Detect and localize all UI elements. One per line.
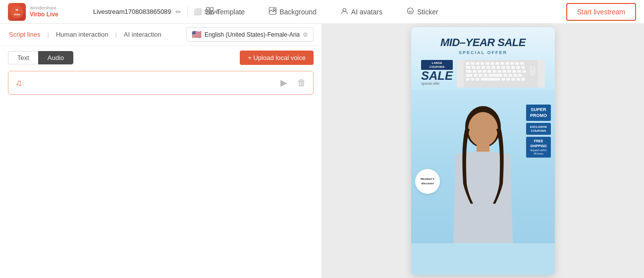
svg-rect-16 — [476, 62, 480, 65]
svg-rect-18 — [485, 62, 489, 65]
svg-rect-36 — [516, 66, 520, 69]
sticker-nav-item[interactable]: Sticker — [402, 5, 442, 19]
svg-rect-32 — [496, 66, 500, 69]
svg-rect-19 — [490, 62, 494, 65]
template-nav-item[interactable]: Template — [202, 5, 249, 19]
sale-banner: MID–YEAR SALE SPECIAL OFFER LARGECOUPONS… — [411, 27, 555, 90]
tab-script-lines[interactable]: Script lines — [8, 29, 42, 40]
svg-rect-6 — [210, 11, 213, 14]
svg-rect-48 — [517, 70, 521, 73]
left-panel: Script lines | Human interaction | AI in… — [0, 24, 322, 278]
tab-ai-interaction[interactable]: AI interaction — [123, 29, 162, 40]
coupon-badge: LARGECOUPONS — [421, 60, 453, 70]
session-name-area: Livestream1708083865089 ✏ — [93, 8, 181, 16]
logo-text: Wondershare Virbo Live — [30, 5, 58, 18]
products-row: LARGECOUPONS SALE special offer — [419, 55, 547, 90]
sale-subtitle: SPECIAL OFFER — [419, 50, 547, 55]
play-button[interactable]: ▶ — [280, 77, 287, 88]
svg-rect-43 — [492, 70, 496, 73]
voice-selector[interactable]: 🇺🇸 English (United States)-Female-Aria ⚙ — [186, 27, 314, 42]
svg-rect-52 — [479, 74, 483, 77]
svg-rect-58 — [518, 74, 522, 77]
svg-rect-15 — [471, 62, 475, 65]
svg-rect-54 — [488, 74, 502, 77]
svg-rect-26 — [466, 66, 471, 69]
svg-text:Virbo: Virbo — [14, 13, 20, 16]
center-navigation: Template Background AI avatars — [202, 5, 442, 19]
sticker-icon — [406, 7, 414, 17]
svg-rect-53 — [483, 74, 487, 77]
top-navigation: W Virbo Wondershare Virbo Live Livestrea… — [0, 0, 644, 24]
save-icon: ⬜ — [194, 8, 202, 15]
ai-avatars-nav-item[interactable]: AI avatars — [336, 5, 386, 19]
svg-rect-30 — [486, 66, 490, 69]
svg-rect-28 — [477, 66, 481, 69]
svg-rect-29 — [482, 66, 485, 69]
svg-rect-47 — [512, 70, 516, 73]
svg-rect-23 — [510, 62, 514, 65]
edit-session-icon[interactable]: ✏ — [175, 8, 181, 16]
svg-rect-25 — [520, 62, 524, 65]
sale-big-text: SALE — [421, 70, 453, 82]
upload-voice-button[interactable]: + Upload local voice — [240, 51, 314, 65]
svg-rect-65 — [511, 78, 515, 81]
sale-title: MID–YEAR SALE — [419, 36, 547, 49]
session-name-text: Livestream1708083865089 — [93, 8, 171, 15]
main-layout: Script lines | Human interaction | AI in… — [0, 24, 644, 278]
svg-rect-17 — [481, 62, 484, 65]
toggle-upload-row: Text Audio + Upload local voice — [8, 51, 314, 65]
svg-rect-14 — [466, 62, 470, 65]
svg-rect-59 — [466, 78, 470, 81]
logo-icon: W Virbo — [8, 3, 26, 21]
svg-rect-46 — [507, 70, 511, 73]
person-silhouette — [436, 105, 530, 243]
special-offer-small: special offer — [421, 82, 453, 85]
free-shipping-badge: FREE SHIPPING dispatch within 48 hours — [526, 137, 551, 158]
preview-card: MID–YEAR SALE SPECIAL OFFER LARGECOUPONS… — [411, 27, 555, 275]
svg-rect-66 — [516, 78, 520, 81]
background-nav-item[interactable]: Background — [265, 5, 321, 19]
svg-point-10 — [407, 8, 413, 14]
delete-button[interactable]: 🗑 — [297, 78, 306, 88]
svg-rect-24 — [515, 62, 519, 65]
svg-rect-35 — [511, 66, 515, 69]
member-discount-badge: Member's discount — [415, 169, 440, 194]
svg-rect-44 — [497, 70, 501, 73]
background-icon — [268, 7, 276, 17]
svg-point-11 — [409, 10, 410, 11]
svg-rect-56 — [508, 74, 512, 77]
super-promo-badge: SUPER PROMO — [526, 105, 551, 121]
svg-rect-4 — [210, 7, 213, 10]
svg-rect-34 — [506, 66, 510, 69]
right-panel-preview: MID–YEAR SALE SPECIAL OFFER LARGECOUPONS… — [322, 24, 644, 278]
svg-point-12 — [411, 10, 412, 11]
svg-rect-57 — [513, 74, 517, 77]
svg-rect-39 — [473, 70, 477, 73]
svg-rect-38 — [466, 70, 472, 73]
voice-settings-icon: ⚙ — [303, 31, 308, 38]
text-audio-toggle: Text Audio — [8, 51, 73, 64]
svg-rect-60 — [471, 78, 475, 81]
svg-point-0 — [10, 5, 23, 18]
flag-icon: 🇺🇸 — [192, 30, 202, 39]
svg-rect-64 — [506, 78, 510, 81]
svg-point-8 — [273, 8, 275, 10]
ai-avatars-icon — [340, 7, 348, 17]
coupon-area: LARGECOUPONS SALE special offer — [421, 60, 453, 86]
voice-label: English (United States)-Female-Aria — [205, 31, 300, 38]
audio-item: ♫ ▶ 🗑 — [8, 71, 314, 95]
text-toggle-button[interactable]: Text — [8, 51, 38, 64]
svg-point-9 — [343, 8, 346, 11]
svg-rect-31 — [491, 66, 495, 69]
svg-rect-40 — [478, 70, 482, 73]
tab-human-interaction[interactable]: Human interaction — [55, 29, 109, 40]
svg-text:W: W — [15, 8, 18, 11]
svg-point-71 — [468, 112, 498, 147]
nav-divider — [187, 7, 188, 17]
start-livestream-button[interactable]: Start livestream — [566, 3, 636, 21]
audio-toggle-button[interactable]: Audio — [38, 51, 73, 64]
svg-rect-55 — [503, 74, 507, 77]
logo-area: W Virbo Wondershare Virbo Live — [8, 3, 87, 21]
promo-badges: SUPER PROMO EXCLUSIVE COUPONS FREE SHIPP… — [526, 105, 551, 158]
svg-rect-21 — [500, 62, 504, 65]
